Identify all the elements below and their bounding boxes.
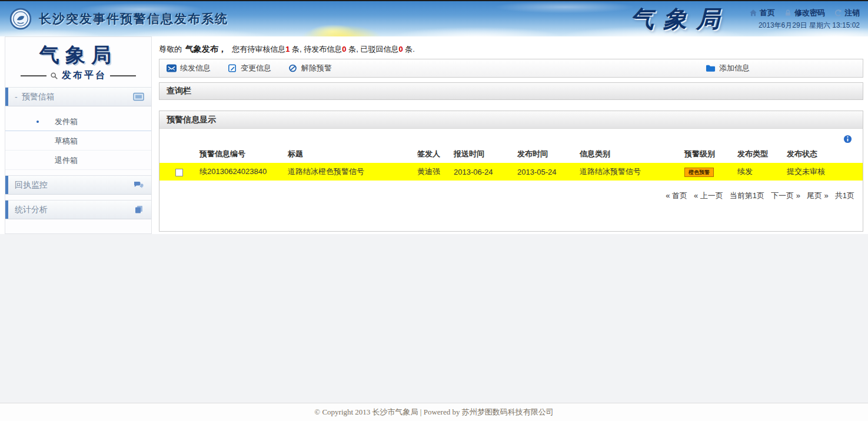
sidebar-logo-title: 气象局 — [5, 42, 151, 69]
cell-title: 道路结冰橙色预警信号 — [287, 163, 416, 181]
cell-submit-time: 2013-06-24 — [453, 163, 516, 181]
page-total: 共1页 — [835, 191, 854, 201]
header: 长沙突发事件预警信息发布系统 气象局 首页 修改密码 注销 — [0, 1, 868, 36]
sidebar-logo-subtitle-row: 发布平台 — [5, 69, 151, 82]
cell-category: 道路结冰预警信号 — [578, 163, 683, 181]
modify-info-button[interactable]: 变更信息 — [227, 63, 271, 73]
warning-table: 预警信息编号 标题 签发人 报送时间 发布时间 信息类别 预警级别 发布类型 发… — [159, 145, 863, 181]
header-publish-time: 发布时间 — [516, 145, 578, 163]
folder-icon — [706, 64, 716, 72]
sidebar-item-outbox[interactable]: 发件箱 — [5, 112, 151, 131]
sidebar-item-drafts[interactable]: 草稿箱 — [5, 131, 151, 151]
nav-logout-label: 注销 — [844, 8, 860, 18]
add-info-button[interactable]: 添加信息 — [706, 63, 750, 73]
sidebar-logo: 气象局 发布平台 — [5, 37, 151, 82]
documents-icon — [133, 205, 144, 214]
accent-bar — [5, 176, 8, 194]
header-issuer: 签发人 — [416, 145, 453, 163]
cell-status: 提交未审核 — [786, 163, 863, 181]
greeting: 尊敬的 气象发布， 您有待审核信息1 条, 待发布信息0 条, 已驳回信息0 条… — [159, 44, 863, 55]
info-icon[interactable] — [843, 135, 852, 143]
remove-warning-button[interactable]: 解除预警 — [288, 63, 332, 73]
remove-warning-label: 解除预警 — [301, 63, 332, 73]
count-rejected: 0 — [398, 45, 403, 54]
sidebar-item-label: 退件箱 — [55, 156, 78, 165]
active-dot-icon — [36, 121, 39, 123]
count-pending-publish: 0 — [342, 45, 346, 54]
sidebar-item-statistics[interactable]: 统计分析 — [5, 200, 151, 219]
header-title: 标题 — [287, 145, 416, 163]
header-nav: 首页 修改密码 注销 2013年6月29日 星期六 13:15:02 — [749, 8, 860, 31]
cancel-icon — [288, 64, 298, 72]
modify-info-label: 变更信息 — [241, 63, 271, 73]
greeting-text-rejected: 条, 已驳回信息 — [348, 45, 398, 54]
nav-home-label: 首页 — [760, 8, 775, 18]
emblem-icon — [9, 8, 32, 30]
sidebar-item-warning-mailbox[interactable]: - 预警信箱 — [5, 87, 151, 106]
datetime: 2013年6月29日 星期六 13:15:02 — [749, 21, 860, 31]
greeting-text-publish: 条, 待发布信息 — [292, 45, 342, 54]
greeting-suffix: 条. — [405, 45, 415, 54]
envelope-icon — [167, 64, 177, 72]
panel-body: 预警信息编号 标题 签发人 报送时间 发布时间 信息类别 预警级别 发布类型 发… — [159, 132, 863, 201]
sidebar-item-returned[interactable]: 退件箱 — [5, 151, 151, 170]
header-submit-time: 报送时间 — [453, 145, 516, 163]
nav-change-password[interactable]: 修改密码 — [784, 8, 825, 18]
page-next[interactable]: 下一页 » — [771, 191, 800, 201]
page-last[interactable]: 尾页 » — [807, 191, 829, 201]
chat-bubbles-icon — [133, 181, 144, 189]
greeting-text-review: 您有待审核信息 — [232, 45, 285, 54]
count-pending-review: 1 — [285, 45, 290, 54]
page-current: 当前第1页 — [730, 191, 764, 201]
query-bar: 查询栏 — [159, 82, 863, 100]
sidebar-logo-subtitle: 发布平台 — [62, 69, 107, 82]
panel-title: 预警信息显示 — [167, 115, 216, 125]
accent-bar — [5, 201, 8, 219]
toolbar-left-group: 续发信息 变更信息 解除预警 — [167, 63, 332, 73]
system-title: 长沙突发事件预警信息发布系统 — [39, 11, 228, 27]
sidebar: 气象局 发布平台 - 预警信箱 发件箱 — [5, 36, 152, 234]
collapse-indicator: - — [15, 92, 18, 102]
header-category: 信息类别 — [578, 145, 683, 163]
header-left: 长沙突发事件预警信息发布系统 — [9, 8, 228, 30]
nav-logout[interactable]: 注销 — [834, 8, 860, 18]
sidebar-item-receipt-monitor[interactable]: 回执监控 — [5, 175, 151, 195]
nav-links: 首页 修改密码 注销 — [749, 8, 860, 18]
sidebar-item-label: 统计分析 — [15, 205, 48, 215]
resend-info-label: 续发信息 — [180, 63, 211, 73]
resend-info-button[interactable]: 续发信息 — [167, 63, 211, 73]
right-rule — [110, 75, 136, 76]
sidebar-item-label: 草稿箱 — [55, 136, 78, 145]
sidebar-item-label: 回执监控 — [15, 180, 48, 191]
header-right: 气象局 首页 修改密码 注销 2013年6月29日 — [630, 3, 860, 35]
page-prev[interactable]: « 上一页 — [694, 191, 723, 201]
accent-bar — [5, 88, 8, 106]
cell-publish-type: 续发 — [736, 163, 786, 181]
warning-info-panel: 预警信息显示 — [159, 111, 863, 232]
main-content: 尊敬的 气象发布， 您有待审核信息1 条, 待发布信息0 条, 已驳回信息0 条… — [159, 36, 863, 234]
panel-header: 预警信息显示 — [159, 111, 863, 129]
edit-icon — [227, 64, 237, 72]
home-icon — [749, 9, 757, 17]
sidebar-item-label: 发件箱 — [55, 117, 78, 126]
table-row[interactable]: 续20130624023840 道路结冰橙色预警信号 黄迪强 2013-06-2… — [159, 163, 863, 181]
brand-title: 气象局 — [630, 3, 729, 35]
cell-issuer: 黄迪强 — [416, 163, 453, 181]
info-row — [159, 132, 863, 145]
nav-home[interactable]: 首页 — [749, 8, 775, 18]
query-bar-title: 查询栏 — [167, 86, 191, 96]
mailbox-icon — [133, 92, 144, 101]
footer: © Copyright 2013 长沙市气象局 | Powered by 苏州梦… — [0, 403, 868, 421]
logout-icon — [834, 9, 842, 17]
pagination: « 首页 « 上一页 当前第1页 下一页 » 尾页 » 共1页 — [159, 191, 863, 201]
page-first[interactable]: « 首页 — [666, 191, 687, 201]
search-icon — [50, 72, 58, 80]
lock-icon — [784, 9, 792, 17]
warning-level-badge: 橙色预警 — [684, 168, 714, 177]
row-checkbox[interactable] — [175, 169, 183, 176]
header-level: 预警级别 — [683, 145, 736, 163]
toolbar: 续发信息 变更信息 解除预警 添加信息 — [159, 59, 863, 78]
table-header-row: 预警信息编号 标题 签发人 报送时间 发布时间 信息类别 预警级别 发布类型 发… — [159, 145, 863, 163]
copyright-text: © Copyright 2013 长沙市气象局 | Powered by 苏州梦… — [314, 407, 553, 416]
greeting-prefix: 尊敬的 — [159, 45, 182, 54]
